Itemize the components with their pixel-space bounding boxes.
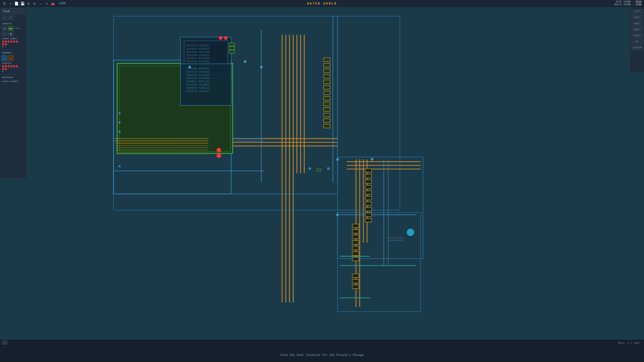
- topbar-score: GATE SCORE : 5638 DELAY SCORE : 1358: [614, 1, 641, 6]
- dot-6: [16, 40, 18, 43]
- svg-rect-76: [324, 74, 330, 78]
- svg-rect-120: [388, 238, 402, 241]
- playback-controls: ◀ ▶▶ 15kHz: [0, 26, 26, 31]
- topbar: ☰ ✦ 📄 💾 ⊞ ⚙ ✏ ⚗ 🚗 +255 WATER WORLD GATE …: [0, 0, 644, 7]
- svg-rect-95: [365, 218, 372, 222]
- test-indicator: Test: 1 / 128: [617, 342, 639, 345]
- svg-rect-101: [352, 252, 359, 255]
- target-tool[interactable]: ◎: [8, 55, 14, 61]
- dot-7: [2, 43, 4, 46]
- car-icon[interactable]: 🚗: [50, 1, 55, 6]
- right-panel: 1BIT 8BIT 16BIT 32BIT 64BIT 1D CUSTOM: [630, 7, 644, 72]
- level-output-label: Level output: [2, 80, 24, 83]
- circuit-diagram[interactable]: 01011010 10110101 11001001 01100110 0011…: [26, 7, 644, 339]
- svg-rect-73: [324, 58, 330, 62]
- new-icon[interactable]: ✦: [8, 1, 13, 6]
- zoom-in-button[interactable]: +: [8, 16, 14, 20]
- settings-icon[interactable]: ⚙: [32, 1, 37, 6]
- open-icon[interactable]: 📄: [14, 1, 19, 6]
- dot-4: [10, 40, 13, 43]
- svg-rect-94: [365, 213, 372, 217]
- svg-point-136: [308, 167, 311, 170]
- svg-rect-83: [324, 113, 330, 117]
- level-description: Find the best location for the Pirate's …: [280, 353, 364, 357]
- play-button[interactable]: ▶▶: [8, 26, 14, 31]
- delay-score-line: DELAY SCORE : 1358: [614, 3, 641, 6]
- svg-rect-129: [229, 43, 234, 46]
- svg-text:10001101 01110010: 10001101 01110010: [186, 74, 210, 76]
- svg-rect-78: [324, 85, 330, 89]
- cdot-5: [13, 65, 15, 67]
- svg-rect-96: [352, 224, 359, 228]
- svg-text:00110101 10011010: 00110101 10011010: [186, 51, 210, 53]
- level-output-item: Level output –: [0, 79, 26, 86]
- svg-rect-77: [324, 80, 330, 84]
- tick-label: Tick: [3, 10, 13, 13]
- levels-icon[interactable]: ⊞: [26, 1, 31, 6]
- svg-rect-99: [352, 241, 359, 244]
- svg-rect-81: [324, 102, 330, 106]
- custom-button[interactable]: CUSTOM: [631, 45, 643, 50]
- 64bit-button[interactable]: 64BIT: [631, 33, 643, 38]
- left-panel: Tick – – + INPUTS ◀ ▶▶ 15kHz ☐ 🗑 Level i…: [0, 7, 26, 178]
- 8bit-button[interactable]: 8BIT: [631, 15, 643, 20]
- dot-5: [13, 40, 15, 43]
- 1d-button[interactable]: 1D: [631, 39, 643, 44]
- svg-rect-79: [324, 91, 330, 95]
- svg-rect-86: [365, 169, 372, 172]
- delete-button[interactable]: 🗑: [8, 32, 14, 36]
- counter-item: Counter 0: [0, 61, 26, 74]
- 32bit-button[interactable]: 32BIT: [631, 27, 643, 32]
- svg-point-133: [118, 121, 120, 123]
- svg-rect-85: [324, 124, 330, 128]
- edit-icon[interactable]: ✏: [38, 1, 43, 6]
- svg-rect-131: [229, 51, 234, 53]
- level-output-value: –: [2, 83, 24, 85]
- save-icon[interactable]: 💾: [20, 1, 25, 6]
- svg-text:10101100 11001101: 10101100 11001101: [186, 54, 210, 57]
- step-back-button[interactable]: ◀: [2, 26, 7, 31]
- svg-text:01011100 10110010: 01011100 10110010: [186, 83, 210, 86]
- menu-icon[interactable]: ☰: [2, 1, 7, 6]
- svg-rect-119: [317, 169, 321, 171]
- svg-rect-87: [365, 174, 372, 178]
- svg-rect-89: [365, 185, 372, 189]
- expand-button[interactable]: ⌄: [2, 341, 8, 345]
- topbar-title: WATER WORLD: [307, 2, 337, 6]
- svg-rect-92: [365, 202, 372, 206]
- svg-rect-88: [365, 180, 372, 184]
- svg-text:11001001 01100110: 11001001 01100110: [186, 47, 210, 50]
- svg-rect-91: [365, 196, 372, 200]
- pencil-tool[interactable]: ✏: [2, 55, 7, 61]
- cdot-4: [10, 65, 13, 67]
- checkbox-button[interactable]: ☐: [2, 32, 7, 36]
- input-controls: ☐ 🗑: [0, 31, 26, 37]
- svg-point-134: [118, 130, 120, 133]
- cdot-6: [16, 65, 18, 67]
- speed-label: 15kHz: [15, 27, 21, 29]
- test-icon[interactable]: ⚗: [44, 1, 49, 6]
- inputs-label: INPUTS: [0, 22, 26, 26]
- svg-point-132: [118, 112, 120, 114]
- tick-arrow[interactable]: –: [13, 10, 24, 13]
- 1bit-button[interactable]: 1BIT: [631, 9, 643, 14]
- tick-selector[interactable]: Tick –: [1, 9, 25, 14]
- 16bit-button[interactable]: 16BIT: [631, 21, 643, 26]
- svg-rect-102: [352, 257, 359, 261]
- level-input-dots: [2, 40, 20, 46]
- svg-point-71: [219, 36, 223, 40]
- zoom-out-button[interactable]: –: [2, 16, 7, 20]
- dot-3: [8, 40, 10, 43]
- svg-rect-98: [352, 235, 359, 239]
- svg-rect-80: [324, 97, 330, 100]
- svg-rect-103: [352, 274, 359, 278]
- divider-1: [0, 50, 26, 50]
- svg-rect-75: [324, 69, 330, 73]
- svg-point-114: [336, 213, 339, 216]
- svg-rect-130: [229, 47, 234, 50]
- svg-point-112: [336, 158, 339, 161]
- svg-text:10011010 01101001: 10011010 01101001: [186, 60, 210, 63]
- svg-rect-104: [352, 279, 359, 283]
- svg-rect-100: [352, 246, 359, 250]
- canvas-area[interactable]: CIRCUIT: Overflow.save: [26, 7, 644, 339]
